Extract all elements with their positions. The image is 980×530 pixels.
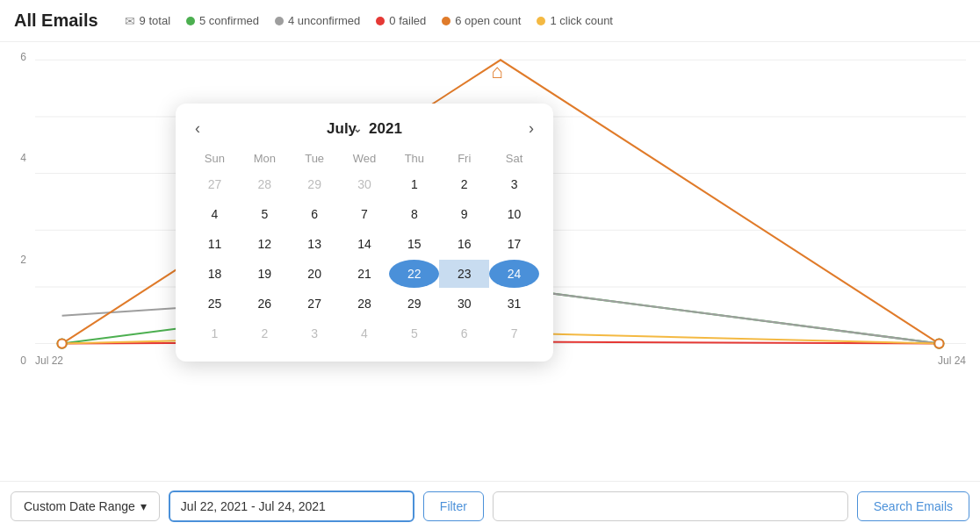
cal-day-8[interactable]: 8 [389,200,439,228]
x-label-jul22: Jul 22 [35,355,63,367]
cal-day-11[interactable]: 11 [190,230,240,258]
cal-day-27prev[interactable]: 27 [190,170,240,198]
weekday-thu: Thu [389,152,439,165]
cal-day-22[interactable]: 22 [389,260,439,288]
cal-day-29[interactable]: 29 [389,290,439,318]
calendar-header: ‹ July ⌄ 2021 › [190,118,539,140]
dropdown-chevron-icon: ▾ [141,499,147,513]
date-range-dropdown[interactable]: Custom Date Range ▾ [11,491,160,521]
weekday-sun: Sun [190,152,240,165]
y-label-2: 2 [20,254,26,266]
cal-day-24[interactable]: 24 [489,260,539,288]
weekday-tue: Tue [290,152,340,165]
calendar-days: 27 28 29 30 1 2 3 4 5 6 7 8 9 10 11 12 1… [190,170,539,347]
envelope-icon: ✉ [125,14,135,28]
stat-click-count: 1 click count [537,14,613,27]
cal-day-21[interactable]: 21 [340,260,390,288]
prev-month-button[interactable]: ‹ [190,118,205,140]
stat-confirmed-label: 5 confirmed [199,14,259,27]
cal-day-5[interactable]: 5 [240,200,290,228]
cal-day-5next[interactable]: 5 [389,319,439,347]
next-month-button[interactable]: › [523,118,539,140]
filter-button[interactable]: Filter [423,491,484,521]
cal-day-1next[interactable]: 1 [190,319,240,347]
cal-day-16[interactable]: 16 [439,230,489,258]
cal-day-30prev[interactable]: 30 [340,170,390,198]
unconfirmed-dot [275,17,284,25]
x-label-jul24: Jul 24 [938,355,966,367]
cal-day-14[interactable]: 14 [340,230,390,258]
cal-day-3[interactable]: 3 [489,170,539,198]
bottom-bar: Custom Date Range ▾ Filter Search Emails [0,481,980,530]
click-count-dot [537,17,545,25]
cal-day-27[interactable]: 27 [290,290,340,318]
y-axis-labels: 6 4 2 0 [0,51,32,367]
cal-day-7next[interactable]: 7 [489,319,539,347]
cal-day-6[interactable]: 6 [290,200,340,228]
stat-failed-label: 0 failed [389,14,426,27]
year-label: 2021 [369,120,402,138]
cal-day-12[interactable]: 12 [240,230,290,258]
cal-day-2[interactable]: 2 [439,170,489,198]
month-year-display: July ⌄ 2021 [327,120,402,138]
month-label: July [327,120,357,138]
cal-day-26[interactable]: 26 [240,290,290,318]
calendar-popup: ‹ July ⌄ 2021 › Sun Mon Tue Wed Thu Fri … [176,104,553,362]
svg-point-7 [57,339,66,347]
cal-day-28[interactable]: 28 [340,290,390,318]
weekday-headers: Sun Mon Tue Wed Thu Fri Sat [190,152,539,165]
stats-bar: ✉ 9 total 5 confirmed 4 unconfirmed 0 fa… [125,14,613,28]
date-range-input[interactable] [169,491,414,522]
stat-total-label: 9 total [140,14,170,27]
confirmed-dot [186,17,195,25]
cal-day-10[interactable]: 10 [489,200,539,228]
cal-day-3next[interactable]: 3 [290,319,340,347]
cal-day-17[interactable]: 17 [489,230,539,258]
cal-day-25[interactable]: 25 [190,290,240,318]
cal-day-7[interactable]: 7 [340,200,390,228]
calendar-grid: Sun Mon Tue Wed Thu Fri Sat 27 28 29 30 … [190,152,539,347]
svg-text:⌂: ⌂ [491,61,503,82]
stat-confirmed: 5 confirmed [186,14,259,27]
month-dropdown-arrow: ⌄ [353,123,362,135]
cal-day-2next[interactable]: 2 [240,319,290,347]
cal-day-28prev[interactable]: 28 [240,170,290,198]
cal-day-15[interactable]: 15 [389,230,439,258]
y-label-6: 6 [20,51,26,63]
stat-unconfirmed: 4 unconfirmed [275,14,360,27]
search-emails-button[interactable]: Search Emails [857,491,969,521]
cal-day-23[interactable]: 23 [439,260,489,288]
chart-area: 6 4 2 0 ⌂ Jul 2 [0,42,980,419]
cal-day-20[interactable]: 20 [290,260,340,288]
y-label-0: 0 [20,355,26,367]
cal-day-9[interactable]: 9 [439,200,489,228]
failed-dot [376,17,385,25]
search-input[interactable] [493,491,848,521]
weekday-wed: Wed [340,152,390,165]
stat-open-count-label: 6 open count [455,14,521,27]
cal-day-31[interactable]: 31 [489,290,539,318]
open-count-dot [442,17,450,25]
stat-click-count-label: 1 click count [550,14,613,27]
stat-open-count: 6 open count [442,14,521,27]
y-label-4: 4 [20,152,26,164]
cal-day-18[interactable]: 18 [190,260,240,288]
dropdown-label: Custom Date Range [24,499,135,513]
cal-day-13[interactable]: 13 [290,230,340,258]
stat-total: ✉ 9 total [125,14,170,28]
cal-day-4[interactable]: 4 [190,200,240,228]
page-title: All Emails [14,11,98,31]
weekday-sat: Sat [489,152,539,165]
cal-day-19[interactable]: 19 [240,260,290,288]
weekday-fri: Fri [439,152,489,165]
cal-day-29prev[interactable]: 29 [290,170,340,198]
header: All Emails ✉ 9 total 5 confirmed 4 uncon… [0,0,980,42]
cal-day-6next[interactable]: 6 [439,319,489,347]
cal-day-4next[interactable]: 4 [340,319,390,347]
stat-failed: 0 failed [376,14,426,27]
svg-point-9 [934,339,943,347]
cal-day-30[interactable]: 30 [439,290,489,318]
weekday-mon: Mon [240,152,290,165]
stat-unconfirmed-label: 4 unconfirmed [288,14,360,27]
cal-day-1[interactable]: 1 [389,170,439,198]
